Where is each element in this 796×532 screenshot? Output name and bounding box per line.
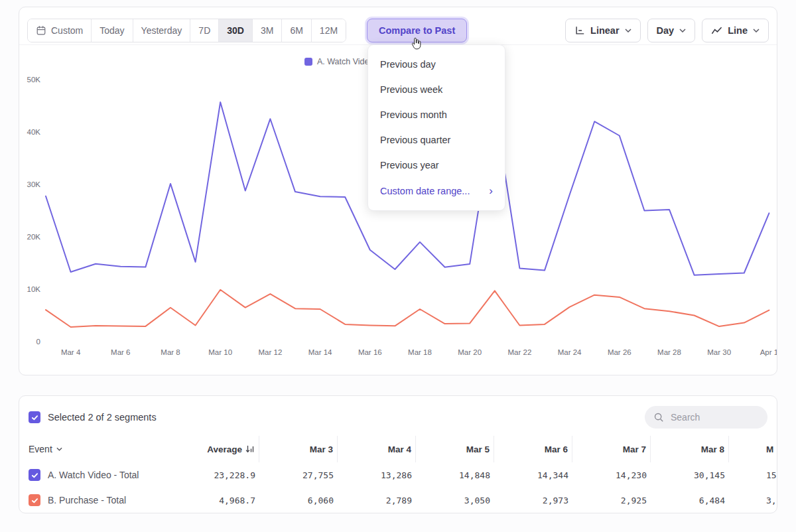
- calendar-icon: [36, 25, 46, 36]
- preset-yesterday[interactable]: Yesterday: [133, 19, 190, 42]
- scale-label: Linear: [590, 25, 620, 36]
- compare-dropdown-menu: Previous day Previous week Previous mont…: [367, 44, 505, 211]
- menu-item-previous-year[interactable]: Previous year: [368, 153, 505, 178]
- x-axis-label: Mar 4: [61, 348, 80, 356]
- cell-value: 2,925: [572, 488, 651, 513]
- table-row: A. Watch Video - Total 23,228.9 27,755 1…: [19, 462, 777, 488]
- column-header-date: Mar 3: [259, 436, 338, 462]
- segments-header: Selected 2 of 2 segments: [19, 396, 777, 436]
- search-box: [645, 406, 767, 429]
- custom-range-button[interactable]: Custom: [28, 19, 91, 42]
- x-axis-label: Mar 18: [408, 348, 432, 356]
- custom-range-label: Custom: [51, 25, 83, 36]
- scale-select[interactable]: Linear: [565, 19, 641, 42]
- chart-type-label: Line: [728, 25, 748, 36]
- cell-value: 3,050: [416, 488, 494, 513]
- column-header-date: Mar 8: [651, 436, 729, 462]
- cell-average: 23,228.9: [185, 462, 259, 488]
- x-axis-label: Mar 24: [558, 348, 582, 356]
- column-header-average[interactable]: Average: [185, 436, 259, 462]
- cell-value: 14,230: [572, 462, 651, 488]
- table-header-row: Event Average Mar 3 Mar 4 Mar 5 Mar 6 Ma…: [19, 436, 777, 462]
- x-axis-label: Mar 26: [608, 348, 631, 356]
- custom-date-range-label: Custom date range...: [380, 186, 470, 196]
- chart-controls: Linear Day Line: [565, 19, 769, 42]
- cell-value: 14,848: [416, 462, 494, 488]
- chevron-down-icon: [753, 29, 760, 33]
- sort-icon: [245, 445, 255, 453]
- legend-swatch: [304, 58, 312, 66]
- search-input[interactable]: [669, 411, 759, 423]
- cell-value-clipped: 3,: [729, 488, 777, 513]
- cell-value: 2,789: [338, 488, 416, 513]
- preset-6m[interactable]: 6M: [281, 19, 310, 42]
- segments-card: Selected 2 of 2 segments Event Average: [19, 395, 777, 513]
- cell-value: 2,973: [494, 488, 572, 513]
- compare-to-past-button[interactable]: Compare to Past: [367, 19, 467, 42]
- table-row: B. Purchase - Total 4,968.7 6,060 2,789 …: [19, 488, 777, 513]
- column-header-date: Mar 4: [338, 436, 416, 462]
- chevron-down-icon: [625, 29, 631, 33]
- chevron-down-icon: [679, 29, 686, 33]
- cell-value: 30,145: [651, 462, 729, 488]
- preset-30d[interactable]: 30D: [218, 19, 252, 42]
- cell-value: 27,755: [259, 462, 338, 488]
- chevron-down-icon: [56, 447, 62, 451]
- preset-today[interactable]: Today: [91, 19, 132, 42]
- chart-type-select[interactable]: Line: [702, 19, 769, 42]
- row-checkbox[interactable]: [29, 494, 40, 506]
- cell-value: 6,060: [259, 488, 338, 513]
- chevron-right-icon: ›: [489, 185, 493, 196]
- x-axis-label: Mar 20: [458, 348, 482, 356]
- chart-card: Custom Today Yesterday 7D 30D 3M 6M 12M …: [19, 7, 777, 375]
- x-axis-label: Mar 12: [258, 348, 282, 356]
- column-header-date: Mar 7: [572, 436, 651, 462]
- x-axis-label: Apr 1: [760, 348, 777, 356]
- toolbar: Custom Today Yesterday 7D 30D 3M 6M 12M …: [19, 7, 777, 45]
- menu-item-custom-date-range[interactable]: Custom date range... ›: [368, 178, 505, 204]
- linear-scale-icon: [574, 25, 585, 36]
- x-axis-label: Mar 6: [111, 348, 130, 356]
- row-label: B. Purchase - Total: [48, 495, 126, 505]
- column-header-date-clipped: M: [729, 436, 777, 462]
- row-label: A. Watch Video - Total: [48, 470, 139, 480]
- cell-value: 14,344: [494, 462, 572, 488]
- cell-value-clipped: 15,: [729, 462, 777, 488]
- x-axis-label: Mar 10: [208, 348, 232, 356]
- cell-value: 13,286: [338, 462, 416, 488]
- segments-selected-label: Selected 2 of 2 segments: [48, 412, 157, 423]
- granularity-label: Day: [657, 25, 675, 36]
- x-axis-label: Mar 22: [507, 348, 531, 356]
- x-axis-label: Mar 30: [707, 348, 731, 356]
- row-checkbox[interactable]: [29, 469, 40, 481]
- purchase-line: [46, 290, 769, 327]
- menu-item-previous-quarter[interactable]: Previous quarter: [368, 127, 505, 153]
- x-axis-label: Mar 14: [308, 348, 332, 356]
- column-header-date: Mar 5: [416, 436, 494, 462]
- column-header-date: Mar 6: [494, 436, 572, 462]
- x-axis-label: Mar 16: [358, 348, 382, 356]
- menu-item-previous-day[interactable]: Previous day: [368, 52, 505, 77]
- preset-12m[interactable]: 12M: [311, 19, 346, 42]
- column-header-event[interactable]: Event: [19, 436, 185, 462]
- segments-table: Event Average Mar 3 Mar 4 Mar 5 Mar 6 Ma…: [19, 436, 777, 513]
- line-chart-icon: [711, 26, 722, 35]
- menu-item-previous-month[interactable]: Previous month: [368, 102, 505, 127]
- x-axis-label: Mar 8: [161, 348, 180, 356]
- cell-value: 6,484: [651, 488, 729, 513]
- granularity-select[interactable]: Day: [647, 19, 696, 42]
- date-range-group: Custom Today Yesterday 7D 30D 3M 6M 12M: [27, 19, 346, 42]
- select-all-checkbox[interactable]: [29, 411, 40, 423]
- menu-item-previous-week[interactable]: Previous week: [368, 77, 505, 102]
- preset-7d[interactable]: 7D: [190, 19, 218, 42]
- cell-average: 4,968.7: [185, 488, 259, 513]
- preset-3m[interactable]: 3M: [252, 19, 281, 42]
- x-axis-label: Mar 28: [657, 348, 681, 356]
- search-icon: [653, 412, 664, 423]
